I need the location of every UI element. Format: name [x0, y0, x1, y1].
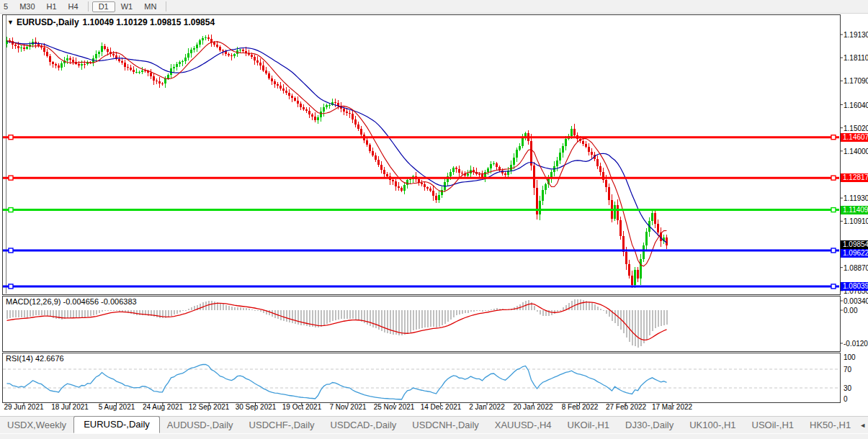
timeframe-button-mn[interactable]: MN: [138, 1, 162, 12]
price-badge-1.09622: 1.09622: [841, 249, 868, 258]
hline-handle: [831, 284, 836, 289]
hline-handle: [9, 176, 13, 180]
macd-tick--0.01205: -0.01205: [844, 340, 868, 348]
date-label: 27 Feb 2022: [606, 403, 646, 411]
date-label: 30 Sep 2021: [236, 403, 277, 411]
price-tick-1.17090: 1.17090: [844, 77, 868, 85]
hline-1.12817[interactable]: [3, 176, 839, 180]
status-bar: [0, 433, 868, 439]
date-label: 18 Jul 2021: [51, 403, 89, 411]
chart-canvas[interactable]: [0, 0, 868, 439]
date-label: 14 Dec 2021: [421, 403, 462, 411]
date-label: 20 Jan 2022: [513, 403, 552, 411]
price-badge-1.12817: 1.12817: [841, 173, 868, 182]
tab-usoil-h1[interactable]: USOil-,H1: [745, 417, 802, 433]
rsi-tick-30: 30: [844, 384, 851, 392]
rsi-tick-0: 0: [844, 395, 848, 403]
macd-indicator-label: MACD(12,26,9) -0.004656 -0.006383: [6, 297, 137, 306]
tab-usdcad-daily[interactable]: USDCAD-,Daily: [323, 417, 404, 433]
tab-dj30-daily[interactable]: DJ30-,Daily: [618, 417, 681, 433]
hline-handle: [831, 135, 836, 140]
tab-usdx-weekly[interactable]: USDX,Weekly: [0, 417, 73, 433]
hline-handle: [831, 176, 836, 180]
hline-handle: [9, 135, 13, 140]
tab-usdcnh-daily[interactable]: USDCNH-,Daily: [405, 417, 486, 433]
timeframe-button-m30[interactable]: M30: [14, 1, 40, 12]
hline-handle: [9, 284, 13, 289]
chart-symbol-label: EURUSD-,Daily: [17, 17, 79, 27]
hline-1.11409[interactable]: [3, 208, 839, 212]
price-badge-1.11409: 1.11409: [841, 206, 868, 214]
timeframe-button-h4[interactable]: H4: [63, 1, 84, 12]
tab-hk50-h1[interactable]: HK50-,H1: [802, 417, 858, 433]
hline-1.08039[interactable]: [3, 284, 839, 289]
price-tick-1.10910: 1.10910: [844, 217, 868, 225]
toolbar-separator: [166, 1, 166, 12]
hline-handle: [9, 208, 13, 212]
rsi-indicator-label: RSI(14) 42.6676: [6, 354, 64, 363]
timeframe-button-d1[interactable]: D1: [92, 1, 115, 12]
macd-tick-0.00: 0.00: [844, 307, 857, 314]
tab-eurusd-daily[interactable]: EURUSD-,Daily: [73, 416, 160, 433]
price-badge-1.09854: 1.09854: [841, 240, 868, 249]
date-label: 7 Nov 2021: [329, 403, 366, 411]
macd-tick-0.003408: 0.003408: [844, 297, 868, 305]
price-tick-1.11930: 1.11930: [844, 194, 868, 202]
date-label: 19 Oct 2021: [282, 403, 321, 411]
date-label: 25 Nov 2021: [374, 403, 415, 411]
hline-handle: [831, 208, 836, 212]
chart-title: ▼EURUSD-,Daily1.10049 1.10129 1.09815 1.…: [7, 17, 218, 27]
price-tick-1.15020: 1.15020: [844, 124, 868, 132]
date-label: 24 Aug 2021: [143, 403, 183, 411]
hline-1.09622[interactable]: [3, 248, 839, 253]
chart-dropdown-icon[interactable]: ▼: [7, 19, 14, 26]
tab-scroll-arrows: ◄►: [859, 417, 868, 433]
rsi-line: [7, 364, 667, 399]
chart-tab-bar: USDX,WeeklyEURUSD-,DailyAUDUSD-,DailyUSD…: [0, 416, 868, 433]
date-label: 2 Jan 2022: [469, 403, 505, 411]
rsi-tick-100: 100: [844, 353, 856, 361]
price-badge-1.14607: 1.14607: [841, 133, 868, 142]
mt4-window: { "toolbar": { "timeframes": [ {"label":…: [0, 0, 868, 439]
price-tick-1.19130: 1.19130: [844, 31, 868, 39]
price-tick-1.16040: 1.16040: [844, 101, 868, 109]
date-label: 29 Jun 2021: [4, 403, 43, 411]
price-tick-1.18110: 1.18110: [844, 54, 868, 62]
hline-1.14607[interactable]: [3, 135, 839, 140]
date-label: 12 Sep 2021: [189, 403, 230, 411]
rsi-tick-70: 70: [844, 366, 851, 374]
timeframe-button-w1[interactable]: W1: [115, 1, 139, 12]
date-label: 8 Feb 2022: [562, 403, 599, 411]
tab-uk100-h1[interactable]: UK100-,H1: [682, 417, 743, 433]
hline-handle: [9, 248, 13, 253]
macd-signal-line: [7, 302, 667, 340]
tab-audusd-daily[interactable]: AUDUSD-,Daily: [160, 417, 241, 433]
ma-fast-line: [7, 41, 667, 266]
tab-scroll-left-icon[interactable]: ◄: [859, 422, 866, 429]
toolbar-separator: [88, 1, 89, 12]
ma-slow-line: [7, 42, 667, 243]
tab-usdchf-daily[interactable]: USDCHF-,Daily: [242, 417, 322, 433]
hline-handle: [831, 248, 836, 253]
date-label: 17 Mar 2022: [652, 403, 692, 411]
timeframe-toolbar: 5M30H1H4D1W1MN: [0, 0, 868, 14]
price-tick-1.14000: 1.14000: [844, 147, 868, 155]
price-badge-1.08039: 1.08039: [841, 282, 868, 291]
timeframe-button-5[interactable]: 5: [0, 1, 14, 12]
tab-ukoil-h1[interactable]: UKOil-,H1: [560, 417, 617, 433]
tab-xauusd-h4[interactable]: XAUUSD-,H4: [488, 417, 559, 433]
chart-ohlc-values: 1.10049 1.10129 1.09815 1.09854: [83, 17, 215, 27]
timeframe-button-h1[interactable]: H1: [41, 1, 63, 12]
price-tick-1.08870: 1.08870: [844, 263, 868, 271]
date-label: 5 Aug 2021: [99, 403, 135, 411]
macd-histogram: [6, 299, 668, 348]
